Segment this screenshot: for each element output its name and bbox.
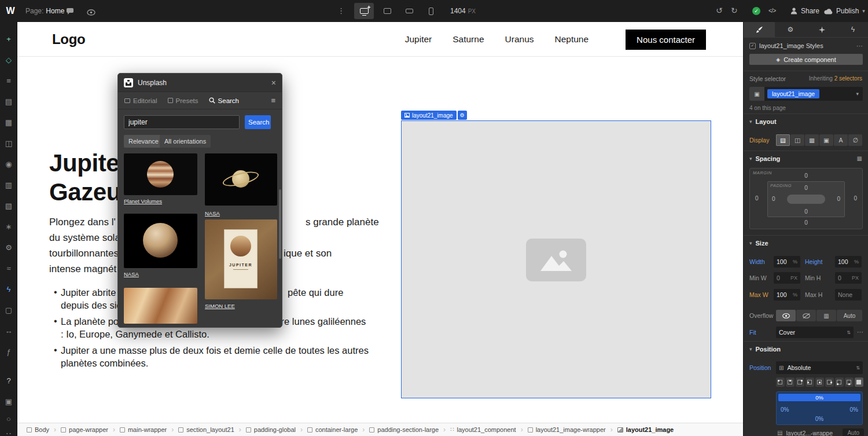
canvas-options-icon[interactable]: ⋮ bbox=[337, 6, 345, 15]
position-select[interactable]: ⊞ Absolute ⇅ bbox=[776, 361, 863, 374]
breadcrumb-item-section[interactable]: section_layout21 bbox=[178, 426, 246, 434]
overflow-scroll-button[interactable]: ▥ bbox=[816, 310, 836, 321]
modal-scrollbar[interactable] bbox=[279, 189, 281, 259]
margin-bottom-value[interactable]: 0 bbox=[750, 219, 862, 226]
breakpoint-mobile-landscape-button[interactable] bbox=[399, 3, 419, 19]
tab-editorial[interactable]: Editorial bbox=[124, 97, 157, 104]
margin-top-value[interactable]: 0 bbox=[750, 173, 862, 179]
padding-right-value[interactable]: 0 bbox=[837, 196, 840, 202]
display-grid-button[interactable]: ▦ bbox=[805, 134, 819, 146]
breadcrumb-item-page-wrapper[interactable]: page-wrapper bbox=[61, 426, 120, 434]
photo-credit-link[interactable]: SIMON LEE bbox=[205, 303, 235, 309]
breadcrumb-item-image-wrapper[interactable]: layout21_image-wrapper bbox=[528, 426, 617, 434]
position-preset-full-button[interactable] bbox=[855, 378, 863, 387]
position-preset-button[interactable] bbox=[835, 378, 844, 387]
media-icon[interactable]: ▧ bbox=[0, 197, 17, 214]
relative-to-row[interactable]: ▤ layout2...-wrappe Auto bbox=[777, 428, 864, 436]
breadcrumb-item-padding-global[interactable]: padding-global bbox=[246, 426, 307, 434]
padding-top-value[interactable]: 0 bbox=[768, 185, 844, 191]
max-height-input[interactable]: None bbox=[835, 289, 862, 301]
position-preset-button[interactable] bbox=[845, 378, 854, 387]
page-selector[interactable]: Page: Home bbox=[25, 0, 64, 22]
position-preset-button[interactable] bbox=[786, 378, 795, 387]
unsplash-search-input[interactable] bbox=[124, 115, 240, 129]
nav-link-neptune[interactable]: Neptune bbox=[555, 34, 589, 45]
layout21-image-element[interactable] bbox=[401, 120, 711, 398]
margin-right-value[interactable]: 0 bbox=[854, 195, 857, 201]
box-icon[interactable]: ▣ bbox=[0, 393, 17, 410]
pages-icon[interactable]: ▤ bbox=[0, 93, 17, 110]
breakpoint-desktop-button[interactable] bbox=[354, 3, 374, 19]
breadcrumb-item-image[interactable]: layout21_image bbox=[617, 426, 674, 433]
tab-effects[interactable]: ϟ bbox=[837, 22, 868, 37]
navigator-icon[interactable]: ≡ bbox=[0, 72, 17, 89]
grid-icon[interactable]: ∷ bbox=[0, 426, 17, 436]
photo-credit-link[interactable]: Planet Volumes bbox=[124, 198, 162, 204]
breadcrumb-item-body[interactable]: Body bbox=[27, 426, 61, 434]
code-export-icon[interactable]: </> bbox=[768, 8, 776, 14]
filter-relevance[interactable]: Relevance bbox=[124, 135, 163, 148]
tab-search[interactable]: Search bbox=[209, 97, 239, 104]
position-preset-button[interactable] bbox=[815, 378, 824, 387]
height-input[interactable]: 100% bbox=[835, 256, 862, 268]
display-none-button[interactable]: ∅ bbox=[848, 134, 862, 146]
fonts-icon[interactable]: ƒ bbox=[0, 343, 17, 360]
tab-settings[interactable]: ⚙ bbox=[775, 22, 806, 37]
components-icon[interactable]: ◇ bbox=[0, 51, 17, 68]
unsplash-result-jupiter-photo[interactable] bbox=[124, 153, 197, 195]
menu-icon[interactable]: ≡ bbox=[271, 96, 275, 105]
element-label-chip[interactable]: layout21_image bbox=[401, 111, 457, 120]
saved-status-icon[interactable]: ✓ bbox=[752, 7, 760, 15]
search-icon[interactable]: ○ bbox=[0, 410, 17, 427]
z-index-chip[interactable]: Auto bbox=[843, 428, 864, 436]
margin-left-value[interactable]: 0 bbox=[755, 195, 759, 201]
add-icon[interactable]: + bbox=[0, 30, 17, 47]
offset-bottom-value[interactable]: 0% bbox=[777, 416, 862, 422]
photo-credit-link[interactable]: NASA bbox=[205, 210, 220, 217]
logic-icon[interactable]: ϟ bbox=[0, 280, 17, 298]
tab-interactions[interactable] bbox=[806, 22, 837, 37]
fit-select[interactable]: Cover ⇅ bbox=[776, 327, 854, 338]
more-icon[interactable]: ⋯ bbox=[857, 328, 863, 336]
offset-right-value[interactable]: 0% bbox=[850, 406, 858, 413]
unsplash-dialog-header[interactable]: Unsplash × bbox=[118, 74, 282, 92]
users-icon[interactable]: ◉ bbox=[0, 155, 17, 173]
help-icon[interactable]: ? bbox=[0, 372, 17, 389]
unsplash-search-button[interactable]: Search bbox=[245, 115, 271, 129]
breakpoint-mobile-portrait-button[interactable] bbox=[421, 3, 441, 19]
settings-icon[interactable]: ⚙ bbox=[0, 239, 17, 256]
unsplash-result-pluto-photo[interactable] bbox=[124, 214, 197, 268]
cms-icon[interactable]: ▦ bbox=[0, 113, 17, 131]
display-inline-button[interactable]: A bbox=[834, 134, 848, 146]
chevron-down-icon[interactable]: ▾ bbox=[856, 91, 859, 97]
inheriting-info[interactable]: Inheriting 2 selectors bbox=[809, 75, 862, 82]
nav-link-saturne[interactable]: Saturne bbox=[453, 34, 484, 45]
tab-style[interactable] bbox=[744, 22, 775, 37]
selector-mode-icon[interactable]: ▣ bbox=[749, 87, 764, 101]
overflow-auto-button[interactable]: Auto bbox=[837, 310, 862, 321]
photo-credit-link[interactable]: NASA bbox=[124, 271, 139, 277]
variables-icon[interactable]: ▢ bbox=[0, 301, 17, 318]
element-settings-gear-icon[interactable]: ⚙ bbox=[458, 111, 467, 120]
share-button[interactable]: Share bbox=[790, 0, 819, 22]
breakpoint-tablet-button[interactable] bbox=[377, 3, 397, 19]
spacing-mode-icon[interactable]: ▦ bbox=[857, 155, 862, 162]
min-width-input[interactable]: 0PX bbox=[774, 272, 800, 284]
position-offsets-widget[interactable]: 0% 0% 0% 0% bbox=[776, 391, 863, 425]
offset-left-value[interactable]: 0% bbox=[781, 406, 789, 413]
overflow-hidden-button[interactable] bbox=[796, 310, 816, 321]
min-height-input[interactable]: 0PX bbox=[835, 272, 862, 284]
commerce-icon[interactable]: ▥ bbox=[0, 176, 17, 193]
unsplash-result-jupiter-surface-photo[interactable] bbox=[124, 288, 197, 324]
breadcrumb-item-main-wrapper[interactable]: main-wrapper bbox=[120, 426, 178, 434]
padding-left-value[interactable]: 0 bbox=[772, 196, 775, 202]
class-selector-field[interactable]: ▣ layout21_image ▾ bbox=[749, 87, 863, 101]
spacing-center-handle[interactable] bbox=[787, 195, 825, 204]
offset-top-value[interactable]: 0% bbox=[778, 394, 860, 401]
nav-link-jupiter[interactable]: Jupiter bbox=[405, 34, 432, 45]
display-block-button[interactable]: ▤ bbox=[776, 134, 790, 146]
tab-presets[interactable]: Presets bbox=[168, 97, 198, 104]
apps-icon[interactable]: ∗ bbox=[0, 218, 17, 235]
redo-icon[interactable]: ↻ bbox=[731, 6, 738, 15]
audit-icon[interactable]: ≈ bbox=[0, 259, 17, 277]
